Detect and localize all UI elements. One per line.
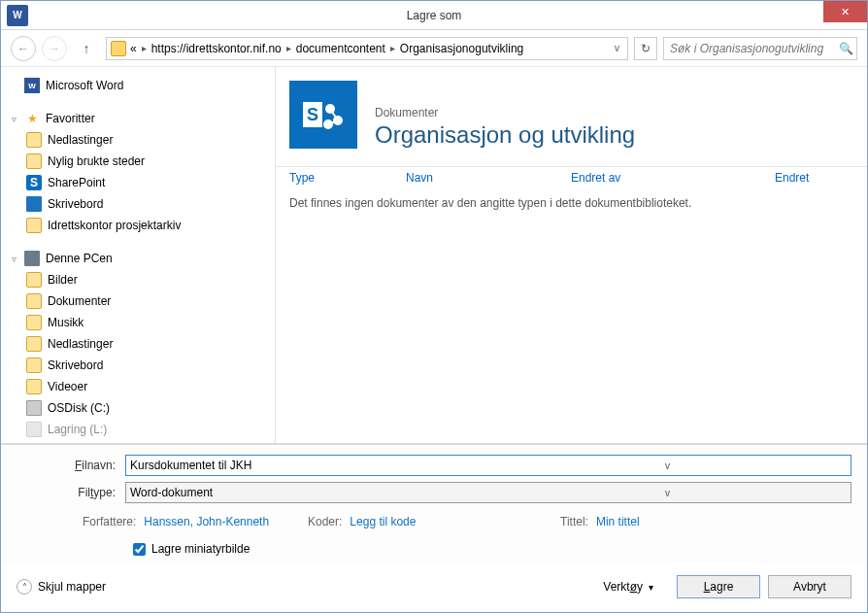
save-button[interactable]: LagreLagre (677, 575, 760, 598)
chevron-down-icon[interactable]: v (488, 460, 847, 471)
tree-label: Bilder (48, 273, 78, 287)
tree-item-music[interactable]: Musikk (5, 312, 271, 333)
tree-label: Nedlastinger (48, 337, 113, 351)
doclib-category: Dokumenter (375, 106, 635, 119)
tree-label: Dokumenter (48, 294, 111, 308)
tree-label: Skrivebord (48, 358, 103, 372)
tree-item-recent[interactable]: Nylig brukte steder (5, 151, 271, 172)
sharepoint-icon: S (26, 175, 42, 190)
tree-label: Idrettskontor prosjektarkiv (48, 219, 181, 232)
chevron-up-icon: ˄ (17, 579, 32, 595)
address-dropdown[interactable]: v (611, 43, 623, 53)
refresh-button[interactable]: ↻ (634, 37, 657, 60)
tree-label: Denne PCen (46, 252, 113, 265)
filename-value: Kursdokumentet til JKH (130, 459, 488, 472)
search-input[interactable] (664, 42, 835, 55)
title-value[interactable]: Min tittel (596, 515, 640, 528)
chevron-down-icon[interactable]: v (488, 488, 847, 498)
search-box[interactable]: 🔍 (663, 37, 857, 60)
window-title: Lagre som (1, 9, 867, 22)
col-header-type[interactable]: Type (289, 171, 406, 185)
tree-item-sharepoint[interactable]: S SharePoint (5, 172, 271, 193)
forward-button[interactable]: → (42, 36, 67, 61)
chevron-right-icon[interactable]: ▸ (390, 43, 395, 53)
disk-icon (26, 400, 42, 416)
tree-item-videos[interactable]: Videoer (5, 376, 271, 397)
tree-item-desktop-pc[interactable]: Skrivebord (5, 355, 271, 376)
tree-item-osdisk[interactable]: OSDisk (C:) (5, 397, 271, 419)
tree-item-project-archive[interactable]: Idrettskontor prosjektarkiv (5, 215, 271, 236)
folder-icon (26, 379, 42, 394)
chevron-right-icon[interactable]: ▸ (286, 43, 291, 53)
breadcrumb-prefix: « (130, 42, 137, 55)
save-thumbnail-checkbox[interactable] (133, 543, 146, 556)
collapse-icon[interactable]: ▿ (9, 114, 18, 124)
save-as-dialog: W Lagre som ✕ ← → ↑ « ▸ https://idrettsk… (0, 0, 868, 613)
doclib-title: Organisasjon og utvikling (375, 121, 635, 149)
breadcrumb-item[interactable]: Organisasjonogutvikling (400, 42, 523, 55)
filename-input[interactable]: Kursdokumentet til JKH v (125, 455, 851, 476)
col-header-modified-by[interactable]: Endret av (571, 171, 775, 185)
svg-text:S: S (307, 105, 318, 124)
tools-menu[interactable]: VerktøyVerktøy ▾ (603, 580, 653, 594)
tree-item-downloads-pc[interactable]: Nedlastinger (5, 333, 271, 355)
save-form: FFilnavn:ilnavn: Kursdokumentet til JKH … (1, 444, 867, 565)
filename-label: FFilnavn:ilnavn: (17, 459, 125, 472)
col-header-name[interactable]: Navn (406, 171, 571, 185)
tree-favorites[interactable]: ▿ ★ Favoritter (5, 108, 271, 129)
tree-label: Musikk (48, 316, 83, 329)
search-icon[interactable]: 🔍 (835, 38, 856, 59)
tree-item-desktop[interactable]: Skrivebord (5, 193, 271, 215)
codes-add-link[interactable]: Legg til kode (350, 515, 416, 528)
hide-folders-button[interactable]: ˄ Skjul mapper (17, 579, 106, 595)
collapse-icon[interactable]: ▿ (9, 254, 18, 264)
authors-label: Forfattere: (83, 515, 136, 528)
tools-label: VerktøyVerktøy (603, 580, 643, 594)
folder-icon (26, 315, 42, 330)
filetype-select[interactable]: Word-dokument v (125, 482, 851, 503)
word-app-icon: W (7, 5, 28, 26)
column-headers: Type Navn Endret av Endret (276, 167, 867, 188)
tree-label: Nedlastinger (48, 133, 113, 147)
chevron-down-icon: ▾ (649, 582, 653, 593)
address-bar[interactable]: « ▸ https://idrettskontor.nif.no ▸ docum… (106, 37, 628, 60)
save-thumbnail-label[interactable]: Lagre miniatyrbilde (151, 542, 250, 556)
chevron-right-icon[interactable]: ▸ (142, 43, 147, 53)
hide-folders-label: Skjul mapper (38, 580, 106, 594)
star-icon: ★ (24, 111, 40, 126)
titlebar: W Lagre som ✕ (1, 1, 867, 30)
up-button[interactable]: ↑ (77, 39, 96, 58)
authors-value[interactable]: Hanssen, John-Kenneth (144, 515, 269, 528)
back-button[interactable]: ← (11, 36, 36, 61)
empty-library-message: Det finnes ingen dokumenter av den angit… (276, 188, 867, 218)
filetype-value: Word-dokument (130, 486, 488, 499)
bottom-bar: ˄ Skjul mapper VerktøyVerktøy ▾ LagreLag… (1, 565, 867, 612)
tree-label: Nylig brukte steder (48, 154, 145, 168)
breadcrumb-item[interactable]: documentcontent (296, 42, 385, 55)
nav-bar: ← → ↑ « ▸ https://idrettskontor.nif.no ▸… (1, 30, 867, 67)
title-label: Tittel: (560, 515, 588, 528)
word-doc-icon: W (24, 78, 40, 93)
breadcrumb-item[interactable]: https://idrettskontor.nif.no (151, 42, 282, 55)
tree-item-pictures[interactable]: Bilder (5, 269, 271, 290)
folder-icon (26, 336, 42, 352)
close-button[interactable]: ✕ (823, 1, 867, 22)
folder-icon (26, 153, 42, 169)
tree-item-downloads[interactable]: Nedlastinger (5, 129, 271, 151)
tree-root-word[interactable]: W Microsoft Word (5, 75, 271, 96)
folder-icon (111, 41, 126, 56)
cancel-button[interactable]: Avbryt (768, 575, 851, 598)
tree-item-documents[interactable]: Dokumenter (5, 290, 271, 312)
col-header-modified[interactable]: Endret (775, 171, 853, 185)
tree-this-pc[interactable]: ▿ Denne PCen (5, 248, 271, 269)
folder-icon (26, 358, 42, 373)
tree-label: Favoritter (46, 112, 95, 125)
tree-label: SharePoint (48, 176, 105, 189)
desktop-icon (26, 196, 42, 212)
content-pane: S Dokumenter Organisasjon og utvikling T… (276, 67, 867, 443)
codes-label: Koder: (308, 515, 342, 528)
tree-label: Lagring (L:) (48, 423, 107, 436)
navigation-tree[interactable]: W Microsoft Word ▿ ★ Favoritter Nedlasti… (1, 67, 276, 443)
folder-icon (26, 218, 42, 233)
tree-item-storage[interactable]: Lagring (L:) (5, 419, 271, 440)
